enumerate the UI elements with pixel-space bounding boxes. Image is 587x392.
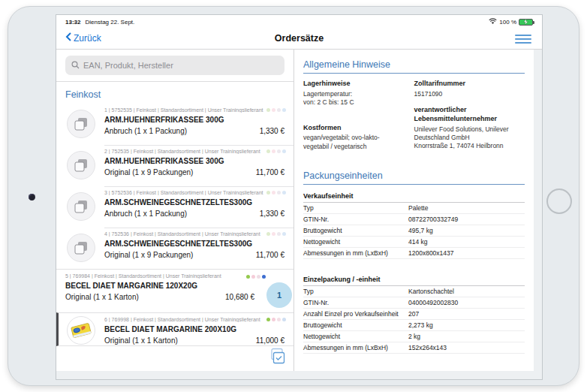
- status-dots: [266, 232, 286, 236]
- table-heading: Einzelpackung / -einheit: [303, 276, 525, 286]
- ipad-frame: 13:32 Dienstag 22. Sept. 100 %: [8, 6, 579, 386]
- row-value: 08722700332749: [408, 216, 458, 223]
- status-dot: [266, 149, 270, 153]
- status-dot: [277, 318, 281, 321]
- table-row: Abmessungen in mm (LxBxH)152x264x143: [303, 342, 525, 354]
- search-field[interactable]: [65, 56, 284, 75]
- item-price: 10,680 €: [225, 293, 254, 301]
- screen-bottom-strip: [56, 371, 542, 379]
- item-name: ARM.HUEHNERFRIKASSEE 300G: [104, 116, 284, 124]
- table-row: Anzahl Einzel pro Verkaufseinheit207: [303, 309, 525, 320]
- status-dot: [277, 149, 281, 153]
- table-heading: Verkaufseinheit: [303, 192, 525, 203]
- status-dot: [277, 232, 281, 236]
- status-dot: [272, 108, 275, 112]
- list-item[interactable]: 5 | 769984 | Feinkost | Standardsortimen…: [56, 269, 294, 312]
- item-variant: Anbruch (1 x 1 Packung): [104, 127, 187, 135]
- row-label: Bruttogewicht: [303, 227, 408, 234]
- diet-text: vegan/vegetabil; ovo-lakto-vegetabil / v…: [303, 134, 404, 151]
- row-label: Nettogewicht: [303, 333, 408, 340]
- battery-icon: [519, 19, 533, 26]
- detail-panel: Allgemeine Hinweise Lagerhinweise Lagert…: [294, 50, 534, 371]
- back-chevron-icon: [65, 32, 71, 44]
- clock: 13:32: [65, 19, 80, 26]
- row-label: Abmessungen in mm (LxBxH): [303, 344, 408, 351]
- status-dot: [246, 275, 250, 279]
- back-button[interactable]: Zurück: [65, 32, 101, 44]
- item-meta: 2 | 752535 | Feinkost | Standardsortimen…: [104, 149, 284, 154]
- item-variant: Original (1 x 9 Packungen): [104, 251, 193, 259]
- list-toolbar: [56, 346, 294, 371]
- list-item[interactable]: 4 | 752536 | Feinkost | Standardsortimen…: [56, 228, 294, 269]
- package-icon: [67, 151, 95, 179]
- row-label: GTIN-Nr.: [303, 216, 408, 223]
- table-row: Bruttogewicht495,7 kg: [303, 225, 525, 237]
- back-label: Zurück: [74, 33, 101, 44]
- table-row: Bruttogewicht2,273 kg: [303, 320, 525, 331]
- status-dots: [246, 275, 266, 279]
- quantity-badge[interactable]: 1: [266, 282, 292, 308]
- row-label: Bruttogewicht: [303, 321, 408, 329]
- row-value: 04000492002830: [408, 299, 458, 306]
- item-price: 11,700 €: [256, 168, 284, 176]
- search-bar: [56, 50, 294, 81]
- page-title: Ordersätze: [56, 33, 542, 44]
- table-row: Abmessungen in mm (LxBxH)1200x800x1437: [303, 248, 525, 259]
- item-price: 1,330 €: [260, 210, 284, 218]
- home-button[interactable]: [546, 188, 572, 214]
- menu-icon[interactable]: [515, 32, 531, 46]
- status-dot: [251, 275, 255, 279]
- date: Dienstag 22. Sept.: [85, 19, 134, 26]
- status-dot: [272, 191, 275, 194]
- product-list-panel: Feinkost 1 | 5752535 | Feinkost | Standa…: [56, 50, 294, 371]
- list-item[interactable]: 1 | 5752535 | Feinkost | Standardsortime…: [56, 104, 294, 145]
- multi-select-checkbox-icon[interactable]: [269, 348, 286, 368]
- table-row: Nettogewicht414 kg: [303, 237, 525, 248]
- item-variant: Original (1 x 1 Karton): [104, 336, 178, 345]
- status-dots: [266, 108, 286, 112]
- storage-line: von: 2 C bis: 15 C: [303, 98, 404, 107]
- status-dot: [262, 275, 266, 279]
- app-body: Feinkost 1 | 5752535 | Feinkost | Standa…: [56, 50, 542, 371]
- single-pack-table: Einzelpackung / -einheit TypKartonschach…: [303, 276, 525, 354]
- row-value: 207: [408, 310, 419, 318]
- status-dot: [266, 108, 270, 112]
- row-value: 2,273 kg: [408, 321, 433, 329]
- status-dot: [277, 108, 281, 112]
- item-name: ARM.SCHWEINEGESCHNETZELTES300G: [104, 198, 284, 207]
- row-value: 1200x800x1437: [408, 249, 454, 257]
- wifi-icon: [489, 18, 497, 26]
- search-input[interactable]: [83, 61, 278, 70]
- item-meta: 4 | 752536 | Feinkost | Standardsortimen…: [104, 231, 284, 237]
- row-value: Palette: [408, 204, 428, 212]
- list-item[interactable]: 3 | 5752536 | Feinkost | Standardsortime…: [56, 186, 294, 228]
- status-dots: [266, 318, 286, 321]
- status-dot: [266, 318, 270, 321]
- item-variant: Anbruch (1 x 1 Packung): [104, 210, 187, 218]
- search-icon: [71, 59, 80, 72]
- battery-percent-label: 100 %: [499, 19, 516, 26]
- item-name: BECEL DIAET MARGARINE 200X10G: [104, 325, 284, 333]
- item-meta: 6 | 769998 | Feinkost | Standardsortimen…: [104, 317, 284, 322]
- package-icon: [67, 110, 95, 138]
- status-dot: [282, 318, 286, 321]
- row-label: Nettogewicht: [303, 238, 408, 246]
- table-row: Nettogewicht2 kg: [303, 331, 525, 342]
- storage-info: Lagerhinweise Lagertemperatur: von: 2 C …: [303, 80, 404, 107]
- list-item[interactable]: 2 | 752535 | Feinkost | Standardsortimen…: [56, 145, 294, 186]
- status-dot: [282, 191, 286, 194]
- status-dot: [272, 232, 275, 236]
- status-dot: [266, 191, 270, 194]
- customs-value: 15171090: [414, 90, 515, 98]
- list-item-selected[interactable]: 6 | 769998 | Feinkost | Standardsortimen…: [56, 312, 294, 346]
- general-info-header: Allgemeine Hinweise: [303, 59, 525, 74]
- storage-line: Lagertemperatur:: [303, 90, 404, 98]
- camera-icon: [29, 194, 35, 201]
- responsible-info: verantwortlicher Lebensmittelunternehmer…: [414, 106, 515, 151]
- status-bar: 13:32 Dienstag 22. Sept. 100 %: [56, 15, 542, 27]
- page: 13:32 Dienstag 22. Sept. 100 %: [0, 0, 587, 392]
- row-label: Anzahl Einzel pro Verkaufseinheit: [303, 310, 408, 318]
- item-name: BECEL DIAET MARGARINE 120X20G: [65, 282, 284, 290]
- row-label: GTIN-Nr.: [303, 299, 408, 306]
- row-value: 495,7 kg: [408, 227, 433, 234]
